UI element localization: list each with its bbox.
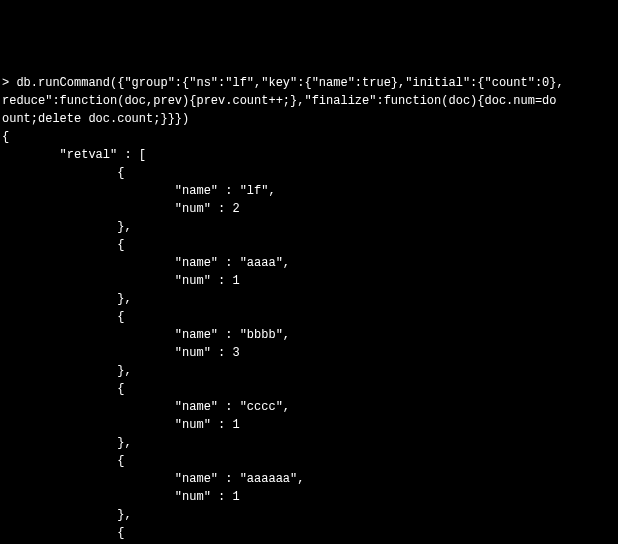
command-line-3: ount;delete doc.count;}}}) (2, 112, 189, 126)
item-3-close: }, (2, 436, 132, 450)
item-2-open: { (2, 310, 124, 324)
item-4-close: }, (2, 508, 132, 522)
item-0-num: "num" : 2 (2, 202, 240, 216)
item-2-close: }, (2, 364, 132, 378)
item-0-open: { (2, 166, 124, 180)
item-3-name: "name" : "cccc", (2, 400, 290, 414)
item-3-num: "num" : 1 (2, 418, 240, 432)
item-3-open: { (2, 382, 124, 396)
item-2-num: "num" : 3 (2, 346, 240, 360)
item-4-open: { (2, 454, 124, 468)
item-2-name: "name" : "bbbb", (2, 328, 290, 342)
item-1-name: "name" : "aaaa", (2, 256, 290, 270)
item-1-open: { (2, 238, 124, 252)
command-line-1: > db.runCommand({"group":{"ns":"lf","key… (2, 76, 564, 90)
item-4-name: "name" : "aaaaaa", (2, 472, 304, 486)
terminal-output: > db.runCommand({"group":{"ns":"lf","key… (2, 74, 616, 544)
item-5-open: { (2, 526, 124, 540)
item-4-num: "num" : 1 (2, 490, 240, 504)
item-0-close: }, (2, 220, 132, 234)
item-1-close: }, (2, 292, 132, 306)
item-0-name: "name" : "lf", (2, 184, 276, 198)
retval-open: "retval" : [ (2, 148, 146, 162)
item-1-num: "num" : 1 (2, 274, 240, 288)
result-open: { (2, 130, 9, 144)
command-line-2: reduce":function(doc,prev){prev.count++;… (2, 94, 557, 108)
